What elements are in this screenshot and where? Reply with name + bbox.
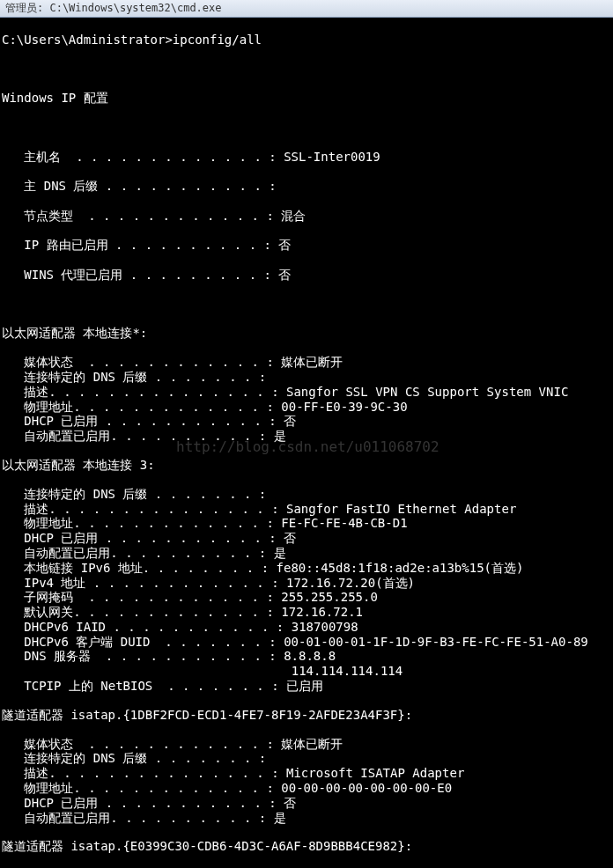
adapter-title: 隧道适配器 isatap.{1DBF2FCD-ECD1-4FE7-8F19-2A… bbox=[2, 708, 611, 723]
config-value: 是 bbox=[274, 429, 286, 443]
config-label: 媒体状态 . . . . . . . . . . . . : bbox=[2, 737, 281, 751]
adapter-title: 以太网适配器 本地连接*: bbox=[2, 326, 611, 341]
adapter-title: 隧道适配器 isatap.{E0399C30-CDB6-4D3C-A6AF-8D… bbox=[2, 839, 611, 854]
config-row: IPv4 地址 . . . . . . . . . . . . : 172.16… bbox=[2, 576, 611, 591]
config-row: 媒体状态 . . . . . . . . . . . . : 媒体已断开 bbox=[2, 355, 611, 370]
config-row: 本地链接 IPv6 地址. . . . . . . . : fe80::45d8… bbox=[2, 561, 611, 576]
config-label: 媒体状态 . . . . . . . . . . . . : bbox=[2, 355, 281, 369]
config-value: 8.8.8.8 bbox=[284, 649, 336, 663]
config-value: 00-01-00-01-1F-1D-9F-B3-FE-FC-FE-51-A0-8… bbox=[284, 635, 588, 649]
window-title: 管理员: C:\Windows\system32\cmd.exe bbox=[5, 2, 222, 14]
config-value: 否 bbox=[284, 414, 296, 428]
config-value: 否 bbox=[284, 796, 296, 810]
config-label: DHCPv6 IAID . . . . . . . . . . . : bbox=[2, 620, 292, 634]
config-row: DNS 服务器 . . . . . . . . . . . : 8.8.8.8 bbox=[2, 649, 611, 664]
config-row: 节点类型 . . . . . . . . . . . . : 混合 bbox=[2, 209, 611, 224]
terminal-output: C:\Users\Administrator>ipconfig/all Wind… bbox=[0, 18, 613, 868]
config-label: 描述. . . . . . . . . . . . . . . : bbox=[2, 385, 286, 399]
config-value: 是 bbox=[274, 811, 286, 825]
config-label: DHCP 已启用 . . . . . . . . . . . : bbox=[2, 796, 284, 810]
config-row: 描述. . . . . . . . . . . . . . . : Sangfo… bbox=[2, 502, 611, 517]
config-label: 物理地址. . . . . . . . . . . . . : bbox=[2, 516, 281, 530]
config-row: DHCP 已启用 . . . . . . . . . . . : 否 bbox=[2, 531, 611, 546]
config-row: DHCPv6 客户端 DUID . . . . . . . : 00-01-00… bbox=[2, 635, 611, 650]
config-value: 否 bbox=[284, 531, 296, 545]
window-titlebar: 管理员: C:\Windows\system32\cmd.exe bbox=[0, 0, 613, 18]
config-label: IPv4 地址 . . . . . . . . . . . . : bbox=[2, 576, 286, 590]
config-row: 连接特定的 DNS 后缀 . . . . . . . : bbox=[2, 487, 611, 502]
config-label: 连接特定的 DNS 后缀 . . . . . . . : bbox=[2, 487, 274, 501]
config-row: 自动配置已启用. . . . . . . . . . : 是 bbox=[2, 811, 611, 826]
config-label: 自动配置已启用. . . . . . . . . . : bbox=[2, 811, 274, 825]
config-label bbox=[2, 664, 292, 678]
config-row: 连接特定的 DNS 后缀 . . . . . . . : bbox=[2, 751, 611, 766]
config-row: DHCP 已启用 . . . . . . . . . . . : 否 bbox=[2, 414, 611, 429]
config-row: IP 路由已启用 . . . . . . . . . . : 否 bbox=[2, 238, 611, 253]
config-row: TCPIP 上的 NetBIOS . . . . . . . : 已启用 bbox=[2, 679, 611, 694]
config-label: 描述. . . . . . . . . . . . . . . : bbox=[2, 766, 286, 780]
config-value: fe80::45d8:1f18:ad2e:a13b%15(首选) bbox=[277, 561, 524, 575]
config-label: DHCPv6 客户端 DUID . . . . . . . : bbox=[2, 635, 284, 649]
config-value: 媒体已断开 bbox=[281, 737, 343, 751]
config-row: 物理地址. . . . . . . . . . . . . : 00-FF-E0… bbox=[2, 400, 611, 415]
config-value: 172.16.72.1 bbox=[281, 605, 363, 619]
config-value: FE-FC-FE-4B-CB-D1 bbox=[281, 516, 407, 530]
config-value: 00-00-00-00-00-00-00-E0 bbox=[281, 781, 452, 795]
config-label: 连接特定的 DNS 后缀 . . . . . . . : bbox=[2, 751, 274, 765]
config-label: 物理地址. . . . . . . . . . . . . : bbox=[2, 781, 281, 795]
config-row: 连接特定的 DNS 后缀 . . . . . . . : bbox=[2, 370, 611, 385]
config-row: 描述. . . . . . . . . . . . . . . : Sangfo… bbox=[2, 385, 611, 400]
config-label: 自动配置已启用. . . . . . . . . . : bbox=[2, 546, 274, 560]
config-row: WINS 代理已启用 . . . . . . . . . : 否 bbox=[2, 268, 611, 283]
adapter-title: 以太网适配器 本地连接 3: bbox=[2, 458, 611, 473]
config-row: 主 DNS 后缀 . . . . . . . . . . . : bbox=[2, 179, 611, 194]
config-label: 连接特定的 DNS 后缀 . . . . . . . : bbox=[2, 370, 274, 384]
config-label: 描述. . . . . . . . . . . . . . . : bbox=[2, 502, 286, 516]
config-value: 114.114.114.114 bbox=[292, 664, 403, 678]
config-label: DNS 服务器 . . . . . . . . . . . : bbox=[2, 649, 284, 663]
config-row: 描述. . . . . . . . . . . . . . . : Micros… bbox=[2, 766, 611, 781]
config-label: TCPIP 上的 NetBIOS . . . . . . . : bbox=[2, 679, 286, 693]
config-value: 172.16.72.20(首选) bbox=[286, 576, 415, 590]
config-label: DHCP 已启用 . . . . . . . . . . . : bbox=[2, 531, 284, 545]
config-row: DHCP 已启用 . . . . . . . . . . . : 否 bbox=[2, 796, 611, 811]
prompt-line: C:\Users\Administrator>ipconfig/all bbox=[2, 33, 611, 48]
config-row: 自动配置已启用. . . . . . . . . . : 是 bbox=[2, 429, 611, 444]
config-value: Microsoft ISATAP Adapter bbox=[286, 766, 464, 780]
config-row: 子网掩码 . . . . . . . . . . . . : 255.255.2… bbox=[2, 590, 611, 605]
config-value: 是 bbox=[274, 546, 286, 560]
config-row: 默认网关. . . . . . . . . . . . . : 172.16.7… bbox=[2, 605, 611, 620]
config-row: 114.114.114.114 bbox=[2, 664, 611, 679]
config-label: 本地链接 IPv6 地址. . . . . . . . : bbox=[2, 561, 277, 575]
config-label: 自动配置已启用. . . . . . . . . . : bbox=[2, 429, 274, 443]
config-row: 自动配置已启用. . . . . . . . . . : 是 bbox=[2, 546, 611, 561]
config-row: 物理地址. . . . . . . . . . . . . : 00-00-00… bbox=[2, 781, 611, 796]
config-label: 物理地址. . . . . . . . . . . . . : bbox=[2, 400, 281, 414]
config-row: 物理地址. . . . . . . . . . . . . : FE-FC-FE… bbox=[2, 516, 611, 531]
config-value: Sangfor SSL VPN CS Support System VNIC bbox=[286, 385, 568, 399]
section-header: Windows IP 配置 bbox=[2, 91, 611, 106]
config-value: 318700798 bbox=[292, 620, 358, 634]
config-value: 255.255.255.0 bbox=[281, 590, 378, 604]
config-label: DHCP 已启用 . . . . . . . . . . . : bbox=[2, 414, 284, 428]
config-label: 子网掩码 . . . . . . . . . . . . : bbox=[2, 590, 281, 604]
config-label: 默认网关. . . . . . . . . . . . . : bbox=[2, 605, 281, 619]
config-row: 主机名 . . . . . . . . . . . . . : SSL-Inte… bbox=[2, 150, 611, 165]
config-value: 媒体已断开 bbox=[281, 355, 343, 369]
config-row: DHCPv6 IAID . . . . . . . . . . . : 3187… bbox=[2, 620, 611, 635]
config-value: 00-FF-E0-39-9C-30 bbox=[281, 400, 407, 414]
config-row: 媒体状态 . . . . . . . . . . . . : 媒体已断开 bbox=[2, 737, 611, 752]
config-value: Sangfor FastIO Ethernet Adapter bbox=[286, 502, 516, 516]
config-value: 已启用 bbox=[286, 679, 323, 693]
